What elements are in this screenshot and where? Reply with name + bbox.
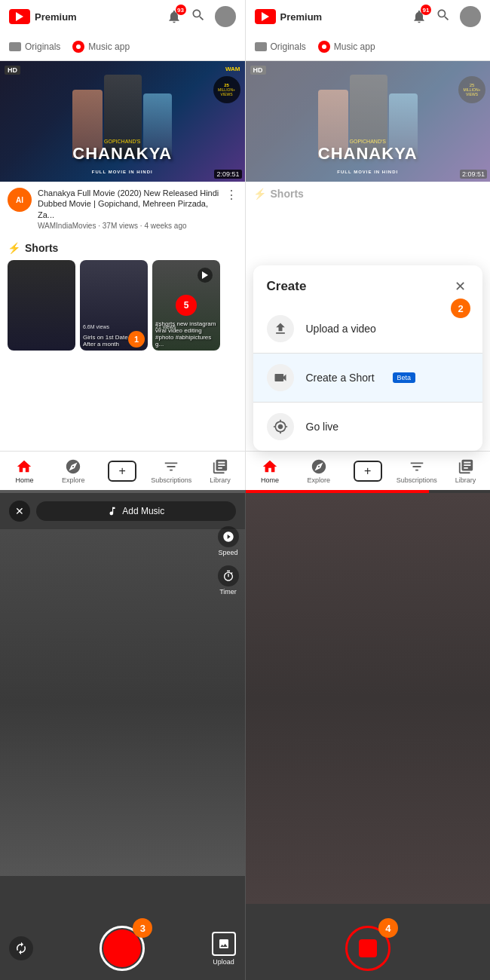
create-short-icon	[267, 364, 294, 391]
notif-count-left: 93	[176, 5, 186, 15]
premium-label: Premium	[35, 11, 77, 23]
modal-close-button[interactable]: ✕	[451, 277, 469, 296]
cam-close-button[interactable]: ✕	[9, 501, 30, 522]
upload-video-label: Upload a video	[306, 323, 376, 335]
create-short-option[interactable]: Create a Short Beta	[253, 353, 483, 402]
cam-viewfinder-left	[0, 529, 245, 876]
shorts-icon: ⚡	[8, 242, 20, 254]
cam-flip-button[interactable]	[9, 936, 33, 960]
short-partial[interactable]	[8, 260, 75, 351]
upload-button-left[interactable]: Upload	[212, 932, 236, 966]
create-button[interactable]: +	[108, 461, 136, 482]
camera-panel-left: ✕ Add Music Speed Timer	[0, 490, 246, 980]
video-info-left: AI Chanakya Full Movie (2020) New Releas…	[0, 182, 245, 236]
bottom-nav-left: Home Explore + Subscriptions Library	[0, 451, 245, 490]
nav-library[interactable]: Library	[196, 458, 245, 484]
upload-label: Upload	[213, 958, 234, 966]
header-icons-left: 93	[167, 6, 236, 27]
video-description: Chanakya Full Movie (2020) New Released …	[38, 188, 219, 220]
timer-label: Timer	[219, 588, 237, 596]
video-thumbnail-right: HD 25 MILLION+ VIEWS GOPICHAND'S CHANAKY…	[246, 61, 491, 182]
go-live-label: Go live	[306, 421, 339, 433]
music-app-tab-right[interactable]: Music app	[318, 38, 375, 56]
cam-side-controls: Speed Timer	[218, 526, 239, 596]
notification-bell-right[interactable]: 91	[412, 9, 427, 24]
nav-library-right[interactable]: Library	[441, 458, 490, 484]
cam-bottom-right: 4	[246, 917, 491, 980]
nav-create[interactable]: +	[98, 461, 147, 482]
beta-badge: Beta	[393, 372, 416, 383]
search-icon[interactable]	[191, 8, 206, 26]
record-button-container-right: 4	[345, 926, 390, 971]
speed-icon	[218, 526, 239, 547]
timer-icon	[218, 565, 239, 586]
notif-count-right: 91	[421, 5, 431, 15]
youtube-logo-right: Premium	[255, 9, 323, 24]
step-badge-2: 2	[451, 299, 470, 318]
video-channel-info: WAMIndiaMovies · 37M views · 4 weeks ago	[38, 222, 219, 230]
hd-badge: HD	[5, 66, 20, 75]
user-avatar-right[interactable]	[460, 6, 481, 27]
step-badge-1: 1	[128, 331, 145, 348]
left-panel: Premium 93 Originals	[0, 0, 246, 490]
nav-explore[interactable]: Explore	[49, 458, 98, 484]
camera-panel-right: 4	[246, 490, 491, 980]
cam-add-music-button[interactable]: Add Music	[36, 501, 236, 521]
nav-subscriptions-right[interactable]: Subscriptions	[392, 458, 441, 484]
go-live-option[interactable]: Go live	[253, 402, 483, 451]
upload-icon-left	[212, 932, 236, 956]
nav-create-right[interactable]: +	[343, 461, 392, 482]
speed-label: Speed	[218, 549, 237, 556]
bottom-nav-right: Home Explore + Subscriptions Library	[246, 451, 491, 490]
youtube-logo: Premium	[9, 9, 77, 24]
shorts-section-left: ⚡ Shorts Girls on 1st Date vs After a mo…	[0, 236, 245, 354]
modal-header: Create ✕	[253, 265, 483, 305]
short-card-2[interactable]: 5 #shorts new instagram viral video edit…	[152, 260, 220, 351]
cam-toolbar-left: ✕ Add Music	[0, 493, 245, 529]
timer-control[interactable]: Timer	[218, 565, 239, 596]
music-icon	[72, 41, 84, 53]
step-badge-4: 4	[378, 918, 398, 938]
header-icons-right: 91	[412, 6, 481, 27]
video-thumbnail-left[interactable]: HD WAM 25 MILLION+ VIEWS GOPICHAND'S CHA…	[0, 61, 245, 182]
cam-viewfinder-right	[246, 493, 491, 904]
create-short-label: Create a Short	[306, 372, 375, 384]
user-avatar-left[interactable]	[215, 6, 236, 27]
video-duration: 2:09:51	[214, 170, 241, 179]
music-app-tab-left[interactable]: Music app	[72, 38, 130, 56]
nav-home-right[interactable]: Home	[246, 458, 295, 484]
shorts-behind-modal: ⚡ Shorts	[246, 182, 491, 209]
originals-tab-right[interactable]: Originals	[255, 38, 306, 56]
add-music-label: Add Music	[122, 506, 164, 516]
go-live-icon	[267, 413, 294, 440]
nav-explore-right[interactable]: Explore	[294, 458, 343, 484]
search-icon-right[interactable]	[436, 8, 451, 26]
modal-title: Create	[267, 279, 307, 294]
header-right: Premium 91	[246, 0, 491, 33]
video-title-overlay: GOPICHAND'S CHANAKYA	[0, 139, 245, 164]
create-modal: Create ✕ Upload a video 2 Create a Short…	[253, 265, 483, 451]
yt-icon-right	[255, 9, 276, 24]
video-subtitle: FULL MOVIE IN HINDI	[0, 170, 245, 174]
speed-control[interactable]: Speed	[218, 526, 239, 556]
shorts-header: ⚡ Shorts	[8, 242, 237, 254]
nav-subscriptions[interactable]: Subscriptions	[147, 458, 196, 484]
video-more-options[interactable]: ⋮	[225, 188, 237, 202]
premium-label-right: Premium	[280, 11, 323, 23]
nav-tabs-left: Originals Music app	[0, 33, 245, 61]
cam-bottom-left: 3 Upload	[0, 917, 245, 980]
short-card-1[interactable]: Girls on 1st Date vs After a month 6.6M …	[80, 260, 148, 351]
nav-home[interactable]: Home	[0, 458, 49, 484]
shorts-label: Shorts	[25, 242, 58, 254]
originals-tab-left[interactable]: Originals	[9, 38, 60, 56]
video-meta: Chanakya Full Movie (2020) New Released …	[38, 188, 219, 230]
record-button-container-left: 3	[100, 926, 145, 971]
yt-icon	[9, 9, 30, 24]
notification-bell[interactable]: 93	[167, 9, 182, 24]
yt-play-triangle	[16, 12, 23, 21]
short-views-1: 6.6M views	[83, 324, 109, 329]
short-views-2: 21 views	[155, 324, 176, 329]
upload-video-option[interactable]: Upload a video 2	[253, 305, 483, 353]
short-num-badge-5: 5	[176, 295, 197, 316]
step-badge-3: 3	[133, 918, 152, 938]
